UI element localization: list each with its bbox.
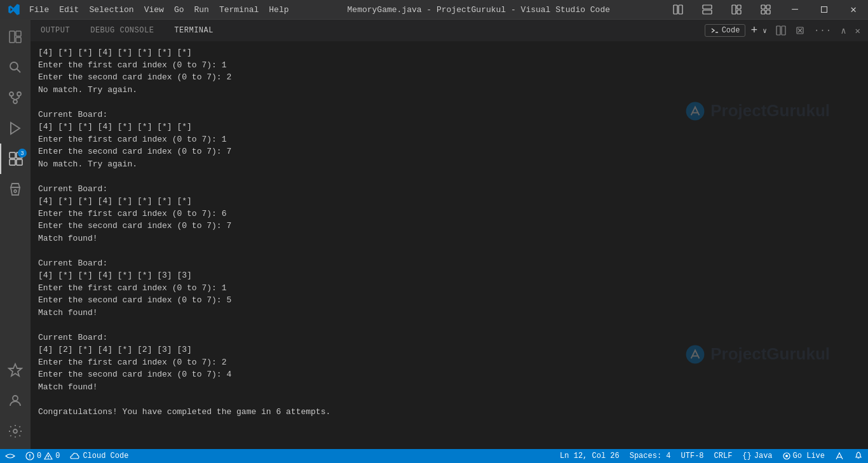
- more-actions-button[interactable]: ···: [810, 23, 836, 37]
- terminal-line: [4] [*] [*] [4] [*] [*] [3] [3]: [38, 269, 860, 282]
- terminal-line: Enter the first card index (0 to 7): 2: [38, 356, 860, 369]
- menu-go[interactable]: Go: [169, 0, 189, 19]
- svg-point-17: [10, 92, 13, 96]
- close-panel-button[interactable]: ✕: [851, 23, 864, 37]
- terminal-line: No match. Try again.: [38, 158, 860, 171]
- terminal-line: [4] [*] [*] [4] [*] [*] [*] [*]: [38, 46, 860, 59]
- titlebar-controls: — ✕: [663, 0, 868, 19]
- line-ending-indicator[interactable]: CRLF: [709, 449, 738, 463]
- activity-accounts[interactable]: [0, 386, 31, 416]
- tab-terminal[interactable]: TERMINAL: [164, 20, 224, 42]
- terminal-line: Enter the second card index (0 to 7): 7: [38, 220, 860, 232]
- activity-bottom: [0, 355, 31, 449]
- menu-help[interactable]: Help: [264, 0, 294, 19]
- remote-indicator[interactable]: [0, 449, 20, 463]
- terminal-line: Enter the second card index (0 to 7): 2: [38, 71, 860, 84]
- activity-settings[interactable]: [0, 416, 31, 446]
- svg-line-21: [11, 98, 15, 100]
- terminal-line: [38, 319, 860, 332]
- menu-selection[interactable]: Selection: [84, 0, 139, 19]
- cursor-position[interactable]: Ln 12, Col 26: [555, 449, 625, 463]
- terminal-line: Enter the first card index (0 to 7): 1: [38, 133, 860, 146]
- maximize-button[interactable]: [810, 0, 839, 19]
- add-terminal-button[interactable]: +: [747, 23, 761, 37]
- activity-testing[interactable]: [0, 174, 31, 205]
- menu-view[interactable]: View: [139, 0, 169, 19]
- layout3-button[interactable]: [722, 0, 751, 19]
- svg-point-19: [13, 100, 17, 104]
- main-layout: 3 OUTPUT DEBUG CONSOLE TERMINAL: [0, 19, 868, 449]
- svg-rect-5: [737, 5, 741, 9]
- maximize-panel-button[interactable]: ∧: [837, 23, 850, 37]
- svg-rect-6: [737, 10, 741, 14]
- terminal-line: Enter the first card index (0 to 7): 6: [38, 208, 860, 220]
- activity-extensions[interactable]: 3: [0, 144, 31, 174]
- close-button[interactable]: ✕: [839, 0, 868, 19]
- statusbar: 0 0 Cloud Code Ln 12, Col 26 Spaces: 4 U…: [0, 449, 868, 463]
- terminal-line: Current Board:: [38, 183, 860, 196]
- terminal-line: Enter the first card index (0 to 7): 1: [38, 59, 860, 72]
- layout2-button[interactable]: [693, 0, 722, 19]
- broadcast-button[interactable]: [830, 449, 849, 463]
- terminal-line: Congratulations! You have completed the …: [38, 406, 860, 419]
- svg-rect-8: [766, 5, 770, 9]
- minimize-button[interactable]: —: [780, 0, 810, 19]
- terminal-line: [38, 245, 860, 257]
- errors-indicator[interactable]: 0 0: [20, 449, 65, 463]
- split-terminal-button[interactable]: [772, 23, 790, 37]
- titlebar: File Edit Selection View Go Run Terminal…: [0, 0, 868, 19]
- language-braces: {}: [742, 452, 751, 460]
- add-terminal-dropdown[interactable]: ∨: [763, 23, 771, 37]
- spaces-indicator[interactable]: Spaces: 4: [625, 449, 676, 463]
- svg-rect-11: [822, 7, 827, 13]
- language-indicator[interactable]: {} Java: [737, 449, 777, 463]
- terminal-line: Current Board:: [38, 257, 860, 270]
- svg-rect-29: [17, 159, 22, 165]
- warnings-count: 0: [55, 452, 60, 460]
- code-button[interactable]: Code: [705, 24, 746, 37]
- terminal-line: [38, 96, 860, 109]
- cloud-code-indicator[interactable]: Cloud Code: [65, 449, 133, 463]
- svg-rect-9: [761, 10, 765, 14]
- terminal-line: Enter the second card index (0 to 7): 7: [38, 145, 860, 158]
- customize-layout-button[interactable]: [751, 0, 780, 19]
- menu-run[interactable]: Run: [189, 0, 214, 19]
- svg-rect-0: [674, 5, 677, 14]
- terminal-content[interactable]: ProjectGurukul [4] [*] [*] [4] [*] [*] […: [31, 41, 868, 449]
- activity-remote-explorer[interactable]: [0, 355, 31, 386]
- svg-rect-28: [10, 159, 15, 165]
- terminal-line: Match found!: [38, 307, 860, 319]
- menu-file[interactable]: File: [24, 0, 54, 19]
- svg-line-16: [17, 69, 21, 73]
- layout-button[interactable]: [663, 0, 693, 19]
- menu-terminal[interactable]: Terminal: [214, 0, 264, 19]
- extensions-badge: 3: [18, 149, 27, 158]
- menu-edit[interactable]: Edit: [54, 0, 84, 19]
- svg-rect-14: [16, 37, 21, 43]
- activity-explorer[interactable]: [0, 22, 31, 52]
- svg-rect-2: [703, 5, 712, 9]
- svg-rect-26: [10, 152, 15, 158]
- language-label: Java: [754, 452, 773, 460]
- activity-search[interactable]: [0, 52, 31, 83]
- svg-rect-4: [732, 5, 736, 14]
- window-title: MemoryGame.java - ProjectGurukul - Visua…: [294, 5, 663, 15]
- tab-debug-console[interactable]: DEBUG CONSOLE: [80, 20, 164, 42]
- terminal-line: Match found!: [38, 232, 860, 245]
- panel-area: OUTPUT DEBUG CONSOLE TERMINAL Code + ∨ ·…: [31, 19, 868, 449]
- errors-count: 0: [37, 452, 41, 460]
- panel-tabs: OUTPUT DEBUG CONSOLE TERMINAL Code + ∨ ·…: [31, 19, 868, 41]
- terminal-line: Current Board:: [38, 332, 860, 344]
- terminal-line: [4] [2] [*] [4] [*] [2] [3] [3]: [38, 344, 860, 356]
- terminal-line: Enter the second card index (0 to 7): 5: [38, 294, 860, 307]
- terminal-line: [38, 170, 860, 183]
- kill-terminal-button[interactable]: [791, 23, 809, 37]
- encoding-indicator[interactable]: UTF-8: [676, 449, 709, 463]
- tab-output[interactable]: OUTPUT: [31, 20, 80, 42]
- go-live-button[interactable]: Go Live: [778, 449, 830, 463]
- terminal-line: [4] [*] [*] [4] [*] [*] [*] [*]: [38, 195, 860, 208]
- activity-source-control[interactable]: [0, 83, 31, 113]
- activity-run-debug[interactable]: [0, 113, 31, 144]
- svg-point-48: [785, 455, 788, 457]
- notification-button[interactable]: [849, 449, 868, 463]
